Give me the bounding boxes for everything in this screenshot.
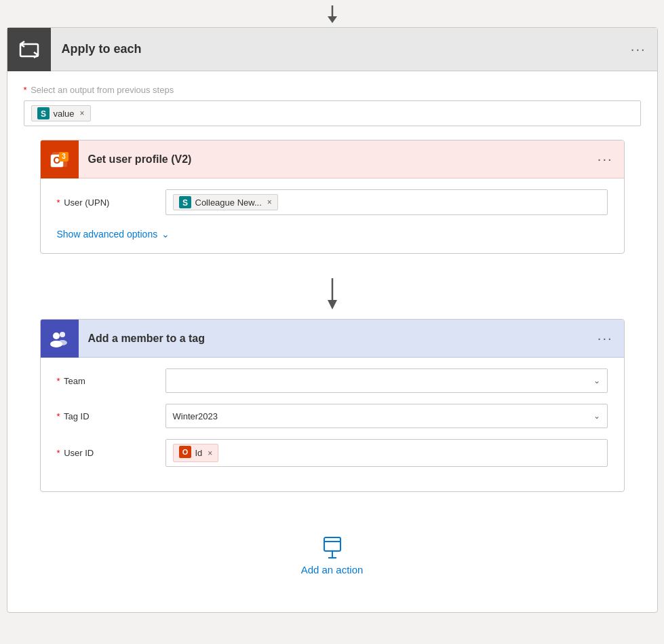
team-field[interactable]: ⌄ [165,368,608,393]
get-user-profile-card: O 3 Get user profile (V2) ··· * User (UP… [40,140,625,254]
colleague-token-text: Colleague New... [195,197,262,208]
colleague-sharepoint-icon: S [179,196,191,208]
required-star: * [24,85,27,95]
teams-icon-box [41,320,79,358]
tag-id-chevron-down-icon: ⌄ [593,411,600,421]
apply-to-each-title: Apply to each [51,42,620,56]
output-token-input[interactable]: S value × [24,100,641,126]
sharepoint-icon: S [37,107,50,119]
user-id-token: O Id × [173,444,219,462]
tag-id-dropdown-value: Winter2023 [173,411,593,421]
colleague-token-close[interactable]: × [267,197,272,207]
user-id-token-text: Id [195,448,203,458]
team-row: * Team ⌄ [57,368,608,393]
svg-marker-14 [328,300,337,309]
tag-id-dropdown[interactable]: Winter2023 ⌄ [165,404,608,428]
svg-marker-1 [328,16,337,23]
chevron-down-icon: ⌄ [161,229,170,240]
user-id-office-icon: O [179,446,191,460]
add-member-tag-title: Add a member to a tag [79,333,587,345]
user-upn-label: * User (UPN) [57,197,165,208]
office-365-icon-box: O 3 [41,140,79,178]
user-upn-token-input[interactable]: S Colleague New... × [165,189,608,215]
show-advanced-options-link[interactable]: Show advanced options ⌄ [57,229,170,240]
svg-rect-21 [324,537,340,551]
select-output-label: * Select an output from previous steps [24,85,641,95]
svg-text:S: S [182,198,187,208]
value-token-text: value [54,109,75,119]
tag-id-field[interactable]: Winter2023 ⌄ [165,404,608,428]
colleague-token: S Colleague New... × [173,194,278,210]
team-label: * Team [57,376,165,386]
user-upn-field[interactable]: S Colleague New... × [165,189,608,215]
user-id-row: * User ID O [57,439,608,467]
top-connector-arrow [325,0,340,27]
add-member-tag-body: * Team ⌄ * [41,358,624,491]
get-user-profile-header: O 3 Get user profile (V2) ··· [41,140,624,178]
user-id-token-close[interactable]: × [208,449,212,458]
apply-to-each-icon-box [7,28,51,71]
connector-arrow [24,270,641,319]
add-member-tag-card-wrapper: Add a member to a tag ··· * Team ⌄ [24,319,641,492]
apply-to-each-header: Apply to each ··· [7,28,657,71]
add-action-icon [318,535,347,560]
show-advanced-options-container: Show advanced options ⌄ [57,226,608,240]
get-user-profile-body: * User (UPN) S [41,178,624,253]
apply-to-each-container: Apply to each ··· * Select an output fro… [7,27,658,613]
svg-point-17 [53,333,60,339]
add-action-container: Add an action [24,508,641,596]
team-dropdown[interactable]: ⌄ [165,368,608,393]
apply-to-each-body: * Select an output from previous steps S… [7,71,657,612]
add-member-tag-header: Add a member to a tag ··· [41,320,624,358]
svg-text:3: 3 [62,153,66,160]
user-id-label: * User ID [57,448,165,458]
add-member-tag-card: Add a member to a tag ··· * Team ⌄ [40,319,625,492]
user-upn-row: * User (UPN) S [57,189,608,215]
get-user-profile-ellipsis-button[interactable]: ··· [587,146,624,172]
svg-point-18 [50,341,62,347]
svg-text:S: S [40,109,45,119]
add-action-label: Add an action [301,564,364,575]
value-token: S value × [31,105,91,121]
get-user-profile-title: Get user profile (V2) [79,153,587,166]
team-chevron-down-icon: ⌄ [593,376,600,385]
user-id-field[interactable]: O Id × [165,439,608,467]
user-id-token-input[interactable]: O Id × [165,439,608,467]
tag-id-row: * Tag ID Winter2023 ⌄ [57,404,608,428]
apply-to-each-ellipsis-button[interactable]: ··· [620,36,657,62]
value-token-close[interactable]: × [80,109,85,118]
add-action-button[interactable]: Add an action [301,535,364,575]
svg-point-15 [60,332,65,337]
add-member-tag-ellipsis-button[interactable]: ··· [587,325,624,352]
svg-text:O: O [182,448,188,456]
tag-id-label: * Tag ID [57,411,165,421]
